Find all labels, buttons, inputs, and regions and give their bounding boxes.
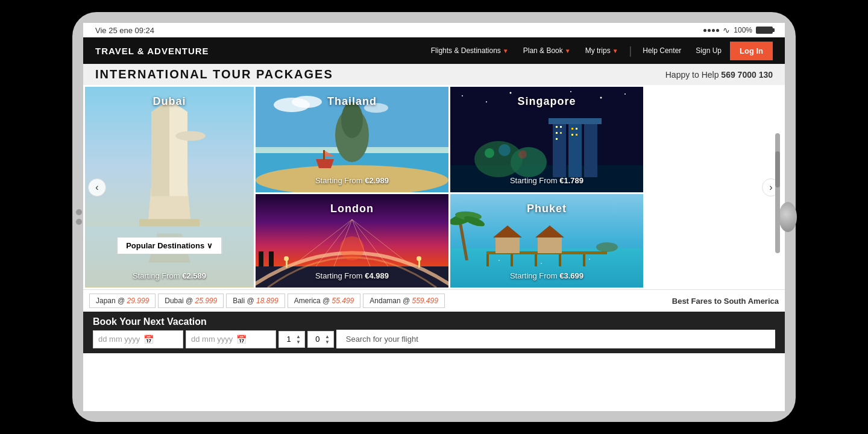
svg-rect-16 bbox=[323, 150, 325, 160]
date2-placeholder: dd mm yyyy bbox=[191, 335, 233, 344]
signal-dot bbox=[708, 29, 711, 32]
nav-links: Flights & Destinations ▼ Plan & Book ▼ M… bbox=[425, 42, 773, 60]
help-banner: INTERNATIONAL TOUR PACKAGES Happy to Hel… bbox=[83, 64, 785, 85]
fare-dubai[interactable]: Dubai @ 25.999 bbox=[158, 294, 224, 308]
svg-point-55 bbox=[284, 256, 289, 261]
phuket-card-inner: Phuket Starting From €3.699 bbox=[450, 194, 643, 288]
svg-rect-42 bbox=[576, 134, 577, 136]
chevron-down-icon: ▼ bbox=[503, 48, 509, 54]
svg-rect-37 bbox=[560, 132, 562, 134]
battery-tip bbox=[773, 28, 775, 32]
children-decrement-button[interactable]: ▼ bbox=[325, 339, 330, 345]
left-dot-1 bbox=[76, 209, 82, 215]
children-spinner[interactable]: 0 ▲ ▼ bbox=[307, 331, 334, 348]
destinations-grid: Dubai Popular Destinations ∨ Starting Fr… bbox=[83, 85, 785, 289]
battery-percent: 100% bbox=[734, 26, 752, 34]
svg-point-60 bbox=[340, 236, 364, 260]
svg-point-4 bbox=[175, 131, 206, 141]
nav-login-button[interactable]: Log In bbox=[730, 42, 773, 60]
scrollbar-thumb[interactable] bbox=[775, 151, 780, 187]
nav-flights[interactable]: Flights & Destinations ▼ bbox=[425, 43, 515, 58]
svg-rect-39 bbox=[571, 128, 573, 130]
svg-rect-72 bbox=[583, 254, 585, 266]
svg-point-77 bbox=[596, 242, 618, 252]
fare-south-america: Best Fares to South America bbox=[672, 297, 779, 306]
search-flight-button[interactable]: Search for your flight bbox=[336, 330, 775, 348]
dubai-background bbox=[85, 87, 254, 288]
scrollbar[interactable] bbox=[775, 133, 780, 253]
nav-signup[interactable]: Sign Up bbox=[690, 43, 728, 58]
nav-divider: | bbox=[627, 45, 635, 57]
svg-rect-5 bbox=[139, 219, 200, 227]
fare-japan[interactable]: Japan @ 29.999 bbox=[89, 294, 156, 308]
dubai-price: Starting From €2.589 bbox=[85, 271, 254, 280]
date1-placeholder: dd mm yyyy bbox=[98, 335, 140, 344]
fare-bali[interactable]: Bali @ 18.899 bbox=[226, 294, 285, 308]
nav-plan[interactable]: Plan & Book ▼ bbox=[517, 43, 577, 58]
adults-spinner-buttons[interactable]: ▲ ▼ bbox=[296, 334, 301, 345]
svg-rect-41 bbox=[571, 134, 573, 136]
right-volume-knob bbox=[779, 202, 797, 232]
chevron-down-icon: ▼ bbox=[612, 48, 618, 54]
svg-rect-40 bbox=[576, 128, 577, 130]
svg-point-21 bbox=[510, 92, 512, 94]
left-dots bbox=[76, 209, 82, 225]
svg-point-25 bbox=[624, 93, 626, 95]
svg-point-44 bbox=[498, 144, 511, 156]
dubai-card-inner: Dubai Popular Destinations ∨ Starting Fr… bbox=[85, 87, 254, 288]
svg-marker-15 bbox=[316, 159, 334, 168]
svg-rect-75 bbox=[538, 236, 562, 253]
status-time: Vie 25 ene 09:24 bbox=[95, 26, 154, 35]
adults-value: 1 bbox=[283, 335, 295, 344]
carousel-prev-button[interactable]: ‹ bbox=[88, 178, 106, 197]
svg-rect-68 bbox=[486, 254, 489, 266]
svg-rect-34 bbox=[556, 126, 558, 128]
booking-inputs: dd mm yyyy 📅 dd mm yyyy 📅 1 ▲ ▼ 0 bbox=[83, 330, 785, 353]
destination-phuket[interactable]: Phuket Starting From €3.699 bbox=[450, 194, 643, 288]
signal-dot bbox=[716, 29, 719, 32]
svg-rect-28 bbox=[568, 123, 582, 177]
adults-decrement-button[interactable]: ▼ bbox=[296, 339, 301, 345]
status-bar: Vie 25 ene 09:24 ∿ 100% bbox=[83, 23, 785, 37]
return-date-input[interactable]: dd mm yyyy 📅 bbox=[186, 330, 276, 348]
children-value: 0 bbox=[312, 335, 324, 344]
svg-point-57 bbox=[417, 256, 421, 261]
left-dot-2 bbox=[76, 219, 82, 225]
svg-rect-29 bbox=[584, 123, 597, 177]
svg-rect-69 bbox=[511, 254, 513, 266]
nav-mytrips[interactable]: My trips ▼ bbox=[579, 43, 624, 58]
adults-increment-button[interactable]: ▲ bbox=[296, 334, 301, 339]
calendar-icon-1: 📅 bbox=[143, 335, 154, 344]
svg-rect-27 bbox=[553, 123, 566, 177]
wifi-icon: ∿ bbox=[723, 25, 730, 35]
children-increment-button[interactable]: ▲ bbox=[325, 334, 330, 339]
children-spinner-buttons[interactable]: ▲ ▼ bbox=[325, 334, 330, 345]
fare-america[interactable]: America @ 55.499 bbox=[288, 294, 361, 308]
tablet-frame: Vie 25 ene 09:24 ∿ 100% TRAVEL & ADVENTU… bbox=[72, 12, 796, 422]
destination-london[interactable]: London Starting From €4.989 bbox=[256, 194, 448, 288]
phuket-label: Phuket bbox=[450, 203, 643, 215]
popular-destinations-button[interactable]: Popular Destinations ∨ bbox=[117, 237, 222, 254]
browser-content: Vie 25 ene 09:24 ∿ 100% TRAVEL & ADVENTU… bbox=[83, 23, 785, 411]
departure-date-input[interactable]: dd mm yyyy 📅 bbox=[93, 330, 183, 348]
london-label: London bbox=[256, 203, 448, 215]
booking-title-bar: Book Your Next Vacation bbox=[83, 312, 785, 330]
fare-andaman[interactable]: Andaman @ 559.499 bbox=[363, 294, 445, 308]
nav-help[interactable]: Help Center bbox=[637, 43, 687, 58]
singapore-card-inner: Singapore Starting From €1.789 bbox=[450, 87, 643, 192]
thailand-card-inner: Thailand Starting From €2.989 bbox=[256, 87, 448, 192]
svg-rect-36 bbox=[556, 132, 558, 134]
dubai-label: Dubai bbox=[85, 95, 254, 108]
svg-rect-73 bbox=[495, 236, 520, 253]
destination-singapore[interactable]: Singapore Starting From €1.789 bbox=[450, 87, 643, 192]
svg-rect-71 bbox=[559, 254, 561, 266]
adults-spinner[interactable]: 1 ▲ ▼ bbox=[278, 331, 305, 348]
svg-rect-30 bbox=[549, 118, 602, 124]
svg-rect-38 bbox=[556, 138, 558, 140]
brand-logo: TRAVEL & ADVENTURE bbox=[95, 46, 209, 56]
booking-section: Book Your Next Vacation dd mm yyyy 📅 dd … bbox=[83, 312, 785, 353]
svg-rect-59 bbox=[269, 251, 274, 266]
destination-dubai[interactable]: Dubai Popular Destinations ∨ Starting Fr… bbox=[85, 87, 254, 288]
destination-thailand[interactable]: Thailand Starting From €2.989 bbox=[256, 87, 448, 192]
london-price: Starting From €4.989 bbox=[256, 271, 448, 280]
